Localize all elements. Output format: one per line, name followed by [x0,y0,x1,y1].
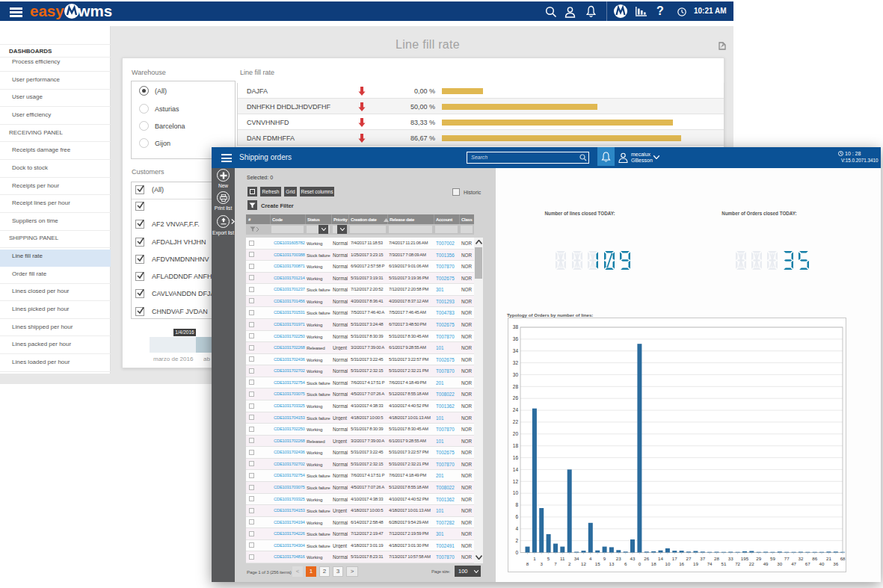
svg-text:37: 37 [700,556,705,561]
svg-text:5: 5 [547,556,550,561]
svg-text:12: 12 [513,479,519,484]
svg-text:1: 1 [533,556,536,561]
svg-text:12: 12 [581,561,586,566]
svg-text:30: 30 [513,372,519,377]
svg-text:28: 28 [714,556,719,561]
svg-text:4: 4 [515,526,518,531]
svg-text:10: 10 [513,490,519,495]
svg-text:16: 16 [513,455,519,460]
svg-text:0: 0 [639,561,642,566]
svg-text:28: 28 [513,384,519,389]
svg-text:34: 34 [574,556,579,561]
svg-text:40: 40 [819,561,825,566]
svg-text:26: 26 [513,395,519,400]
svg-text:17: 17 [672,556,677,561]
svg-text:8: 8 [526,561,529,566]
svg-text:74: 74 [707,561,713,566]
svg-text:47: 47 [791,561,796,566]
svg-text:59: 59 [770,556,775,561]
svg-text:11: 11 [560,556,565,561]
svg-text:0: 0 [515,550,518,555]
svg-text:68: 68 [840,556,846,561]
svg-text:15: 15 [595,561,600,566]
svg-text:20: 20 [513,431,519,436]
svg-text:4: 4 [589,556,592,561]
svg-text:22: 22 [513,419,519,424]
svg-text:9: 9 [603,556,606,561]
svg-text:36: 36 [513,336,519,341]
svg-text:7: 7 [554,561,557,566]
svg-text:16: 16 [679,561,684,566]
svg-text:51: 51 [721,561,726,566]
svg-text:33: 33 [728,556,733,561]
svg-text:43: 43 [630,556,636,561]
svg-text:18: 18 [513,443,519,448]
svg-text:2: 2 [515,538,518,543]
svg-text:6: 6 [515,514,518,519]
svg-text:10: 10 [665,561,670,566]
svg-text:67: 67 [805,561,810,566]
svg-text:14: 14 [513,467,519,472]
svg-text:34: 34 [513,348,519,353]
svg-text:72: 72 [735,561,740,566]
svg-text:36: 36 [833,561,838,566]
svg-text:3: 3 [540,561,543,566]
svg-text:6: 6 [624,561,627,566]
svg-text:32: 32 [513,360,519,365]
svg-text:14: 14 [658,556,663,561]
svg-text:32: 32 [798,556,803,561]
svg-text:30: 30 [777,561,782,566]
svg-text:26: 26 [644,556,649,561]
svg-text:18: 18 [651,561,656,566]
svg-text:19: 19 [693,561,698,566]
svg-text:195: 195 [741,556,749,561]
svg-text:77: 77 [784,556,790,561]
svg-text:49: 49 [763,561,769,566]
svg-text:38: 38 [513,324,519,329]
svg-text:29: 29 [756,556,761,561]
svg-text:23: 23 [616,556,621,561]
svg-text:8: 8 [515,502,518,507]
svg-text:27: 27 [686,556,692,561]
svg-text:86: 86 [812,556,817,561]
svg-text:13: 13 [609,561,614,566]
svg-text:22: 22 [749,561,754,566]
svg-text:21: 21 [826,556,831,561]
svg-text:2: 2 [568,561,571,566]
svg-text:24: 24 [513,407,519,412]
